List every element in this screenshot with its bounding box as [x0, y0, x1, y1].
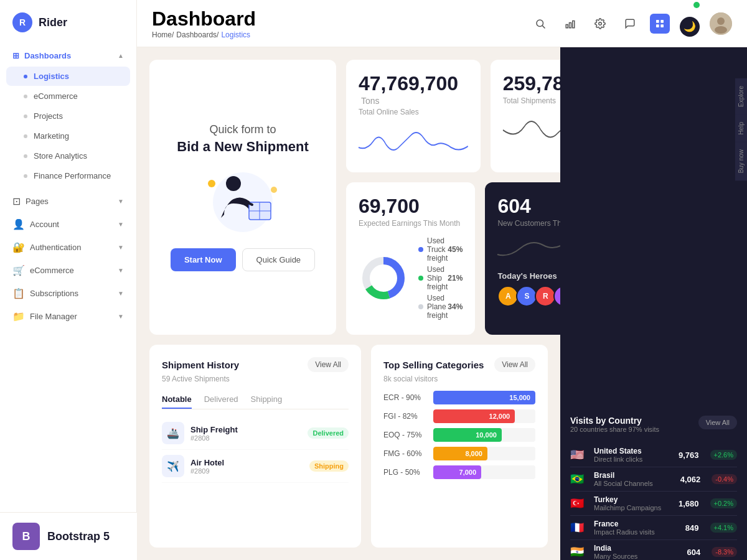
start-now-button[interactable]: Start Now — [171, 248, 236, 271]
subscriptions-label: Subscriptions — [30, 289, 78, 298]
sidebar-subscriptions-toggle[interactable]: 📋 Subscriptions ▼ — [6, 282, 130, 304]
country-fr: 🇫🇷 France Impact Radius visits 849 +4.1% — [570, 516, 737, 540]
quick-guide-button[interactable]: Quick Guide — [242, 248, 316, 271]
earnings-label: Expected Earnings This Month — [359, 219, 463, 228]
online-sales-unit: Tons — [361, 96, 380, 106]
online-sales-card: 47,769,700 Tons Total Online Sales — [346, 60, 481, 172]
tab-shipping[interactable]: Shipping — [251, 391, 283, 409]
svg-rect-2 — [566, 24, 568, 27]
dark-mode-toggle[interactable]: 🌙 — [680, 17, 700, 37]
hero-avatar-a: A — [497, 286, 519, 307]
sidebar: R Rider ⊞ Dashboards ▲ Logistics eCommer… — [0, 0, 137, 560]
country-fr-info: France Impact Radius visits — [594, 520, 679, 536]
avatar[interactable] — [710, 12, 732, 35]
chevron-up-icon: ▲ — [118, 52, 124, 59]
grid-view-button[interactable] — [650, 14, 670, 34]
subscriptions-icon: 📋 — [12, 287, 25, 299]
hotel-icon: ✈️ — [162, 455, 184, 477]
explore-label[interactable]: Explore — [735, 78, 747, 114]
content-inner: Quick form to Bid a New Shipment — [137, 47, 560, 560]
chevron-down-icon: ▼ — [118, 290, 124, 297]
filemanager-icon: 📁 — [12, 310, 25, 322]
auth-label: Authentication — [30, 243, 81, 252]
help-label[interactable]: Help — [735, 114, 747, 142]
ship-id-1: #2808 — [190, 434, 301, 442]
sidebar-ecommerce2-toggle[interactable]: 🛒 eCommerce ▼ — [6, 259, 130, 281]
sidebar-pages-toggle[interactable]: ⊡ Pages ▼ — [6, 190, 130, 212]
shipment-view-all[interactable]: View All — [308, 357, 349, 372]
chevron-down-icon: ▼ — [118, 267, 124, 274]
stats-cards: 47,769,700 Tons Total Online Sales — [346, 60, 560, 335]
top-cards-row: Quick form to Bid a New Shipment — [149, 60, 548, 335]
svg-point-12 — [715, 26, 727, 34]
content-area: Quick form to Bid a New Shipment — [137, 47, 747, 560]
svg-point-0 — [537, 20, 543, 27]
bar-track-eoq: 10,000 — [433, 428, 535, 442]
sidebar-item-finance[interactable]: Finance Performance — [6, 166, 130, 185]
search-button[interactable] — [530, 14, 550, 34]
svg-point-15 — [271, 187, 277, 193]
country-list: 🇺🇸 United States Direct link clicks 9,76… — [570, 443, 737, 560]
visits-view-all[interactable]: View All — [698, 416, 737, 429]
visits-title: Visits by Country — [570, 416, 659, 426]
chevron-down-icon: ▼ — [118, 313, 124, 320]
top-selling-card: Top Selling Categories View All 8k socia… — [371, 345, 548, 548]
sidebar-item-store-analytics[interactable]: Store Analytics — [6, 146, 130, 166]
chart-button[interactable] — [560, 14, 580, 34]
svg-rect-4 — [573, 21, 575, 27]
sidebar-account-toggle[interactable]: 👤 Account ▼ — [6, 213, 130, 235]
customers-chart — [497, 233, 560, 264]
bar-label-eoq: EOQ - 75% — [383, 431, 427, 439]
bar-label-fgi: FGI - 82% — [383, 412, 427, 421]
legend-truck: Used Truck freight 45% — [418, 236, 463, 263]
bar-label-fmg: FMG - 60% — [383, 449, 427, 458]
sidebar-auth-toggle[interactable]: 🔐 Authentication ▼ — [6, 236, 130, 258]
promo-title: Quick form to — [209, 123, 276, 136]
chevron-down-icon: ▼ — [118, 221, 124, 228]
sidebar-item-marketing[interactable]: Marketing — [6, 126, 130, 146]
bar-fill-fgi: 12,000 — [433, 409, 515, 423]
bar-fill-eoq: 10,000 — [433, 428, 502, 442]
tab-delivered[interactable]: Delivered — [204, 391, 238, 409]
ship-id-2: #2809 — [190, 467, 303, 475]
app-logo[interactable]: R Rider — [0, 0, 136, 45]
shipment-header: Shipment History View All — [162, 357, 349, 372]
bootstrap-badge: B Bootstrap 5 — [0, 512, 137, 560]
ship-status-2: Shipping — [309, 460, 349, 472]
country-br-info: Brasil All Social Channels — [594, 471, 674, 487]
bar-fill-plg: 7,000 — [433, 465, 481, 479]
flag-tr: 🇹🇷 — [570, 497, 588, 510]
country-in-info: India Many Sources — [594, 544, 681, 560]
sidebar-item-logistics[interactable]: Logistics — [6, 67, 130, 86]
bar-eoq: EOQ - 75% 10,000 — [383, 428, 535, 442]
donut-section: Used Truck freight 45% Used Ship freight… — [359, 234, 463, 322]
settings-button[interactable] — [590, 14, 610, 34]
shipment-title: Shipment History — [162, 360, 239, 370]
sidebar-item-projects[interactable]: Projects — [6, 106, 130, 126]
shipment-item-1: 🚢 Ship Freight #2808 Delivered — [162, 417, 349, 450]
heroes-avatars: A S R P J +2 — [497, 286, 560, 307]
svg-point-14 — [208, 180, 215, 187]
shipment-tabs: Notable Delivered Shipping — [162, 391, 349, 409]
promo-card: Quick form to Bid a New Shipment — [149, 60, 336, 335]
chevron-down-icon: ▼ — [118, 244, 124, 251]
sidebar-dashboards-toggle[interactable]: ⊞ Dashboards ▲ — [6, 46, 130, 65]
buy-now-label[interactable]: Buy now — [735, 142, 747, 180]
shipments-header: 259,786 — [503, 72, 560, 95]
sidebar-filemanager-toggle[interactable]: 📁 File Manager ▼ — [6, 306, 130, 327]
visits-sub: 20 countries share 97% visits — [570, 426, 659, 433]
promo-title-bold: Bid a New Shipment — [177, 139, 308, 155]
ship-freight-icon: 🚢 — [162, 422, 184, 444]
flag-br: 🇧🇷 — [570, 472, 588, 486]
sidebar-item-ecommerce[interactable]: eCommerce — [6, 86, 130, 106]
donut-chart — [359, 253, 408, 303]
tab-notable[interactable]: Notable — [162, 391, 192, 409]
selling-view-all[interactable]: View All — [494, 357, 535, 372]
ship-info-1: Ship Freight #2808 — [190, 425, 301, 442]
earnings-number: 69,700 — [359, 195, 420, 217]
bar-fgi: FGI - 82% 12,000 — [383, 409, 535, 423]
country-tr-info: Turkey Mailchimp Campaigns — [594, 495, 672, 511]
chat-button[interactable] — [620, 14, 640, 34]
top-stat-cards: 47,769,700 Tons Total Online Sales — [346, 60, 560, 172]
dashboards-icon: ⊞ — [12, 51, 19, 60]
